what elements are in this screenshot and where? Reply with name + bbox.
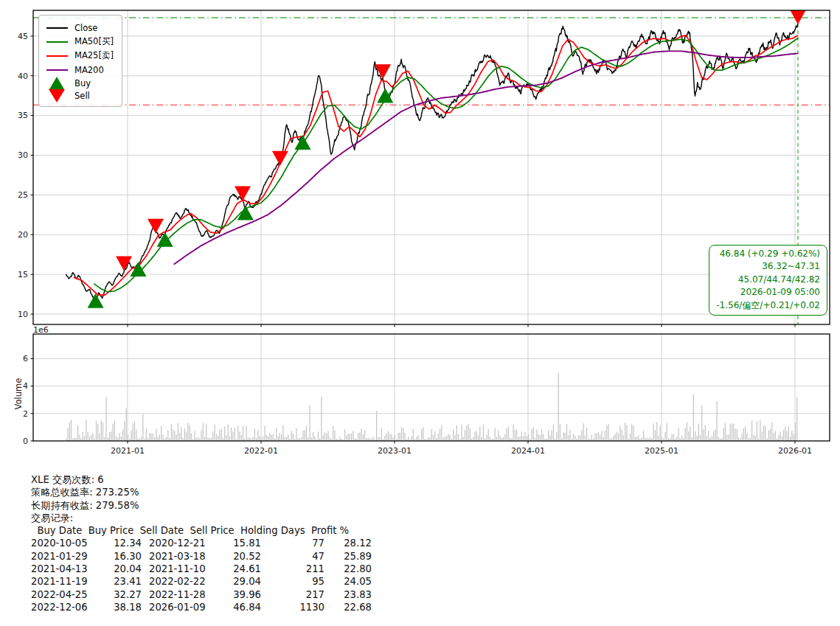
trade-table-cell: 2020-10-05 xyxy=(31,537,94,549)
volume-panel-border xyxy=(33,334,830,441)
buy-marker-2021-01-29 xyxy=(130,262,146,277)
volume-offset-label: 1e6 xyxy=(33,325,49,335)
legend-item-close: Close xyxy=(46,21,114,35)
trade-table-cell: 23.41 xyxy=(94,575,142,588)
x-tick-label: 2021-01 xyxy=(111,446,145,456)
trade-table-cell xyxy=(142,537,149,549)
trade-table-cell: 24.05 xyxy=(324,575,372,588)
legend-item-sell: Sell xyxy=(46,89,114,102)
tick-labels: 101520253035404502462021-012022-012023-0… xyxy=(18,32,812,456)
trade-table-row: 2022-04-2532.272022-11-2839.9621723.83 xyxy=(31,588,372,601)
trade-table-row: 2022-12-0638.182026-01-0946.84113022.68 xyxy=(31,601,372,613)
legend-item-ma200: MA200 xyxy=(46,63,114,77)
trade-table-cell: 2022-12-06 xyxy=(31,601,94,613)
trade-table-cell: 2026-01-09 xyxy=(149,601,212,613)
stats-line: XLE 交易次数: 6 xyxy=(31,473,372,486)
trade-table-cell: 2020-12-21 xyxy=(149,537,212,549)
volume-axis-label: Volume xyxy=(13,378,24,410)
trade-table-cell: 2021-11-10 xyxy=(149,563,212,575)
series-ma25- xyxy=(74,35,798,295)
y-tick-label: 35 xyxy=(18,111,28,120)
annotation-line: 46.84 (+0.29 +0.62%) xyxy=(716,248,820,260)
legend-item-ma25-: MA25[卖] xyxy=(46,49,114,63)
trade-table-cell: 25.89 xyxy=(324,550,372,563)
buy-triangle-icon xyxy=(46,77,68,89)
legend-label: MA50[买] xyxy=(74,36,114,47)
sell-marker-2022-02-22 xyxy=(272,151,288,166)
series-close xyxy=(66,22,798,299)
trade-table-cell xyxy=(142,601,149,613)
y-tick-label: 30 xyxy=(18,150,28,160)
trade-table-cell: 23.83 xyxy=(324,588,372,601)
trade-table-cell: 12.34 xyxy=(94,537,142,549)
trade-table-row: 2021-01-2916.302021-03-1820.524725.89 xyxy=(31,550,372,563)
legend-label: Close xyxy=(74,23,97,33)
trade-table-cell: 77 xyxy=(261,537,324,549)
trade-table-cell xyxy=(142,575,149,588)
trade-table-cell: 32.27 xyxy=(94,588,142,601)
x-tick-label: 2022-01 xyxy=(244,446,278,456)
figure: 101520253035404502462021-012022-012023-0… xyxy=(0,0,840,626)
trade-table-row: 2020-10-0512.342020-12-2115.817728.12 xyxy=(31,537,372,549)
trade-table-cell xyxy=(142,563,149,575)
x-tick-label: 2025-01 xyxy=(645,446,678,456)
y-tick-label: 40 xyxy=(18,72,28,81)
y-tick-label: 45 xyxy=(18,32,28,41)
x-tick-label: 2023-01 xyxy=(378,446,412,456)
legend-label: Sell xyxy=(74,91,90,101)
y-tick-label: 25 xyxy=(18,190,28,200)
trade-table-cell: 2022-11-28 xyxy=(149,588,212,601)
y-tick-label: 10 xyxy=(18,310,28,319)
legend: CloseMA50[买]MA25[卖]MA200BuySell xyxy=(38,15,122,107)
trade-table-header: Buy Date Buy Price Sell Date Sell Price … xyxy=(31,524,372,537)
annotation-line: 45.07/44.74/42.82 xyxy=(716,274,820,286)
stats-line: 长期持有收益: 279.58% xyxy=(31,499,372,512)
trade-table-cell: 95 xyxy=(261,575,324,588)
trade-table-cell: 38.18 xyxy=(94,601,142,613)
trade-table-cell: 2021-01-29 xyxy=(31,550,94,563)
volume-bars xyxy=(66,372,797,441)
legend-line-swatch xyxy=(46,41,68,43)
series-ma50- xyxy=(94,38,798,292)
trade-table-cell xyxy=(142,550,149,563)
trade-table-cell: 28.12 xyxy=(324,537,372,549)
x-tick-label: 2024-01 xyxy=(511,446,545,456)
trade-table-cell: 39.96 xyxy=(212,588,261,601)
trade-table-cell: 24.61 xyxy=(212,563,261,575)
legend-label: MA200 xyxy=(74,65,104,75)
trade-table-cell: 22.80 xyxy=(324,563,372,575)
buy-marker-2021-11-19 xyxy=(237,206,254,220)
series-ma200 xyxy=(174,51,797,264)
volume-tick-label: 0 xyxy=(23,437,28,446)
legend-line-swatch xyxy=(46,55,68,57)
legend-line-swatch xyxy=(46,69,68,71)
trade-table-cell: 2021-03-18 xyxy=(149,550,212,563)
trade-table-cell: 15.81 xyxy=(212,537,261,549)
annotation-line: 2026-01-09 05:00 xyxy=(716,286,820,299)
annotation-line: 36.32~47.31 xyxy=(716,260,820,273)
trade-table-cell xyxy=(142,588,149,601)
trade-table-cell: 46.84 xyxy=(212,601,261,613)
trade-table-cell: 2021-04-13 xyxy=(31,563,94,575)
stats-line: 交易记录: xyxy=(31,512,372,524)
y-tick-label: 15 xyxy=(18,270,28,279)
sell-triangle-icon xyxy=(46,89,68,102)
volume-tick-label: 6 xyxy=(23,354,28,364)
trade-table-cell: 1130 xyxy=(261,601,324,613)
trade-table-cell: 2022-04-25 xyxy=(31,588,94,601)
trade-table-cell: 20.52 xyxy=(212,550,261,563)
legend-label: MA25[卖] xyxy=(74,50,114,61)
buy-marker-2022-12-06 xyxy=(377,88,393,102)
trade-table-cell: 2021-11-19 xyxy=(31,575,94,588)
trade-table-cell: 211 xyxy=(261,563,324,575)
x-tick-label: 2026-01 xyxy=(778,446,812,456)
legend-label: Buy xyxy=(74,78,91,88)
legend-item-buy: Buy xyxy=(46,77,114,89)
stats-line: 策略总收益率: 273.25% xyxy=(31,486,372,498)
y-tick-label: 20 xyxy=(18,230,28,240)
trade-table-cell: 2022-02-22 xyxy=(149,575,212,588)
trade-table-cell: 47 xyxy=(261,550,324,563)
sell-marker-2021-03-18 xyxy=(147,219,164,234)
legend-line-swatch xyxy=(46,27,68,29)
legend-item-ma50-: MA50[买] xyxy=(46,35,114,49)
